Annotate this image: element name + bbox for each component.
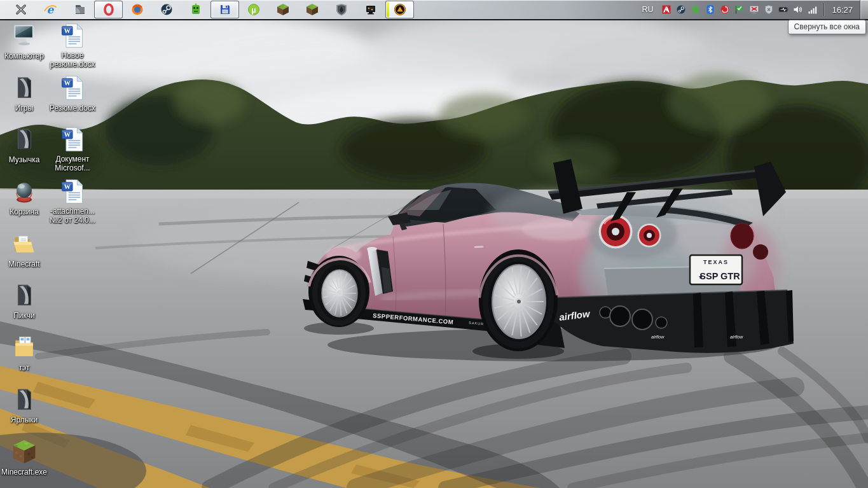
folder-open-icon	[10, 230, 39, 258]
desktop-icon-computer[interactable]: Компьютер	[0, 22, 48, 61]
tray-icon-area	[659, 4, 820, 15]
desktop-icon-pics-folder[interactable]: Пикчи	[0, 281, 48, 321]
word-doc-icon: W	[58, 22, 87, 50]
bluetooth-icon[interactable]	[703, 4, 717, 15]
desktop-icon-label: Игры	[15, 104, 33, 113]
svg-text:W: W	[64, 131, 71, 138]
opera-icon	[102, 3, 116, 17]
desktop-icon-label: Музычка	[9, 155, 40, 164]
taskbar-button-minecraft-grass[interactable]	[268, 1, 298, 18]
desktop-icon-minecraft-folder[interactable]: Minecraft	[0, 230, 48, 269]
display-error-icon[interactable]	[747, 4, 761, 15]
bumper-logo-small-text-2: airflow	[730, 335, 743, 339]
guard-icon[interactable]	[717, 4, 732, 15]
shield-icon[interactable]	[761, 4, 776, 15]
desktop-wallpaper: SSPPERFORMANCE.COM SAKURA TEXAS ★ SSP GT…	[0, 0, 868, 488]
taskbar-pinned: eµ	[0, 0, 414, 19]
desktop-icon-label: тэт	[19, 363, 30, 372]
taskbar-button-utorrent[interactable]: µ	[239, 1, 268, 18]
folder-dark-icon	[10, 281, 39, 309]
desktop-icon-resume-docx[interactable]: WРезюме.docx	[48, 74, 97, 113]
desktop-icon-label: Корзина	[10, 207, 39, 216]
desktop-icon-label: -attachmen... №2 от 24.0...	[50, 207, 95, 225]
desktop-icon-label: Minecraft	[8, 260, 39, 268]
steam-tray-icon[interactable]	[673, 4, 688, 15]
taskbar-button-minecraft-grass[interactable]	[298, 1, 327, 18]
taskbar-button-cheat-engine[interactable]	[181, 1, 210, 18]
plate-number-text: SSP GTR	[699, 271, 740, 281]
floppy-save-icon	[218, 3, 232, 17]
desktop-icon-recycle-bin[interactable]: Корзина	[0, 178, 48, 217]
taskbar-button-floppy-save[interactable]	[210, 1, 239, 18]
adobe-icon[interactable]	[659, 4, 673, 15]
active-app-indicator	[387, 2, 389, 17]
desktop-icon-label: Новое резюме.docx	[50, 51, 95, 69]
desktop-icon-games-folder[interactable]: Игры	[0, 74, 48, 113]
folder-dark-icon	[10, 125, 39, 153]
desktop-icon-label: Резюме.docx	[50, 104, 95, 113]
checkflag-icon[interactable]	[732, 4, 747, 15]
word-doc-icon: W	[58, 125, 87, 153]
show-desktop-tooltip: Свернуть все окна	[788, 20, 866, 34]
desktop-icon-microsoft-document[interactable]: WДокумент Microsof...	[48, 125, 97, 173]
svg-text:W: W	[64, 27, 71, 34]
desktop-icon-label: Minecraft.exe	[1, 468, 47, 477]
wallpaper-scene: SSPPERFORMANCE.COM SAKURA TEXAS ★ SSP GT…	[0, 0, 868, 488]
taskbar: eµ RU 16:27	[0, 0, 868, 20]
grass-block-icon	[10, 438, 39, 466]
network-icon[interactable]	[805, 4, 820, 15]
svg-text:W: W	[64, 183, 71, 190]
tray-separator	[823, 3, 824, 16]
svg-text:W: W	[64, 80, 71, 87]
show-desktop-button[interactable]	[860, 0, 868, 19]
internet-explorer-icon: e	[43, 3, 57, 17]
desktop-icon-label: Ярлыки	[11, 415, 38, 424]
pixel-computer-icon	[364, 3, 378, 17]
utorrent-icon: µ	[247, 3, 261, 17]
desktop-icon-minecraft-exe[interactable]: Minecraft.exe	[0, 438, 48, 477]
license-plate: TEXAS ★ SSP GTR	[690, 255, 742, 284]
folder-dark-icon	[10, 386, 39, 414]
minecraft-grass-icon	[276, 3, 290, 17]
cheat-engine-icon	[189, 3, 203, 17]
desktop-icon-shortcuts-folder[interactable]: Ярлыки	[0, 386, 48, 425]
desktop-icon-tet-folder[interactable]: тэт	[0, 333, 48, 373]
desktop-icon-label: Компьютер	[4, 52, 44, 60]
taskbar-button-aimp[interactable]	[385, 1, 414, 18]
taskbar-button-opera[interactable]	[94, 1, 123, 18]
minecraft-grass-icon	[305, 3, 319, 17]
desktop-icon-attachment-docx[interactable]: W-attachmen... №2 от 24.0...	[48, 178, 97, 225]
folder-dark-icon	[10, 74, 39, 102]
firefox-icon	[130, 3, 144, 17]
qip-icon[interactable]	[688, 4, 703, 15]
bumper-logo-small-text: airflow	[651, 335, 665, 339]
svg-text:µ: µ	[251, 5, 256, 15]
taskbar-button-dark-folder[interactable]	[65, 1, 94, 18]
aimp-icon	[393, 3, 407, 17]
x-app-icon	[14, 3, 28, 17]
desktop-icon-new-resume-docx[interactable]: WНовое резюме.docx	[48, 22, 97, 69]
taskbar-button-steam[interactable]	[152, 1, 181, 18]
word-doc-icon: W	[58, 74, 87, 102]
dark-folder-icon	[72, 3, 86, 17]
folder-docs-icon	[10, 333, 39, 361]
recycle-bin-icon	[10, 178, 39, 206]
taskbar-clock[interactable]: 16:27	[826, 5, 860, 15]
taskbar-button-x-app[interactable]	[6, 1, 36, 18]
computer-icon	[10, 22, 39, 50]
power-icon[interactable]	[776, 4, 790, 15]
taskbar-button-world-of-tanks[interactable]	[327, 1, 356, 18]
language-indicator[interactable]: RU	[638, 5, 659, 14]
steam-icon	[160, 3, 174, 17]
taskbar-button-pixel-computer[interactable]	[356, 1, 385, 18]
plate-state-text: TEXAS	[703, 259, 729, 265]
desktop-icon-label: Пикчи	[13, 311, 35, 320]
desktop-icon-music-folder[interactable]: Музычка	[0, 125, 48, 165]
taskbar-button-firefox[interactable]	[123, 1, 152, 18]
taskbar-button-internet-explorer[interactable]: e	[36, 1, 65, 18]
volume-icon[interactable]	[790, 4, 805, 15]
svg-text:e: e	[47, 3, 55, 16]
word-doc-icon: W	[58, 178, 87, 206]
taskbar-tray: RU 16:27	[638, 0, 868, 19]
desktop-icon-label: Документ Microsof...	[55, 155, 90, 172]
